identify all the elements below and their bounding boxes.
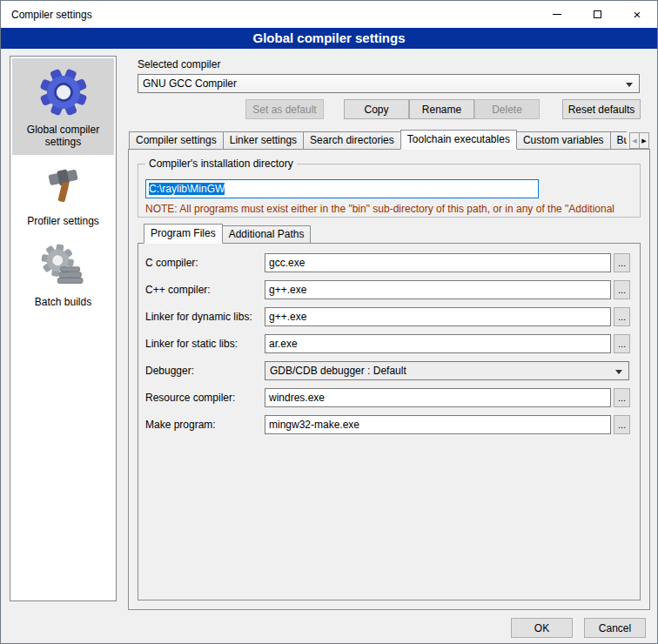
field-value: gcc.exe	[269, 257, 305, 269]
ok-button[interactable]: OK	[511, 618, 573, 638]
sidebar-item-batch-builds[interactable]: Batch builds	[12, 234, 114, 315]
field-row-dynamic-linker: Linker for dynamic libs: g++.exe ...	[1, 307, 657, 326]
selected-compiler-dropdown[interactable]: GNU GCC Compiler	[138, 74, 640, 93]
field-row-resource-compiler: Resource compiler: windres.exe ...	[1, 388, 657, 407]
chevron-down-icon	[615, 370, 622, 374]
field-label: Debugger:	[145, 365, 194, 377]
dynamic-linker-input[interactable]: g++.exe	[265, 307, 611, 326]
tab-toolchain-executables[interactable]: Toolchain executables	[400, 130, 517, 150]
cancel-button[interactable]: Cancel	[584, 618, 646, 638]
close-icon: ×	[634, 8, 641, 21]
maximize-button[interactable]	[577, 1, 617, 28]
sidebar-item-global-compiler-settings[interactable]: Global compiler settings	[12, 58, 114, 155]
resource-compiler-input[interactable]: windres.exe	[265, 388, 611, 407]
sidebar-item-label: Global compiler settings	[14, 124, 112, 148]
make-program-browse-button[interactable]: ...	[614, 415, 630, 434]
maximize-icon	[594, 10, 601, 18]
static-linker-input[interactable]: ar.exe	[265, 334, 611, 353]
subtab-additional-paths[interactable]: Additional Paths	[222, 225, 312, 244]
cpp-compiler-input[interactable]: g++.exe	[265, 280, 611, 299]
field-label: C compiler:	[145, 257, 198, 269]
window-controls: ×	[537, 1, 657, 28]
field-row-static-linker: Linker for static libs: ar.exe ...	[1, 334, 657, 353]
tab-linker-settings[interactable]: Linker settings	[223, 131, 304, 150]
group-title: Compiler's installation directory	[145, 158, 297, 170]
copy-button[interactable]: Copy	[344, 99, 409, 119]
field-label: Make program:	[145, 419, 216, 431]
field-value: g++.exe	[269, 311, 306, 323]
close-button[interactable]: ×	[617, 1, 657, 28]
sidebar-item-profiler-settings[interactable]: Profiler settings	[12, 155, 114, 234]
selected-compiler-value: GNU GCC Compiler	[143, 77, 237, 90]
installation-directory-input[interactable]: C:\raylib\MinGW	[145, 179, 539, 198]
tab-compiler-settings[interactable]: Compiler settings	[129, 131, 224, 150]
tab-build-options[interactable]: Buil	[610, 131, 627, 150]
chevron-down-icon	[626, 83, 633, 87]
tab-strip: Compiler settings Linker settings Search…	[129, 130, 627, 150]
sidebar-item-label: Profiler settings	[27, 215, 99, 227]
cpp-compiler-browse-button[interactable]: ...	[614, 280, 630, 299]
tab-custom-variables[interactable]: Custom variables	[516, 131, 611, 150]
tab-search-directories[interactable]: Search directories	[303, 131, 401, 150]
make-program-input[interactable]: mingw32-make.exe	[265, 415, 611, 434]
minimize-button[interactable]	[537, 1, 577, 28]
static-linker-browse-button[interactable]: ...	[614, 334, 630, 353]
set-as-default-button[interactable]: Set as default	[245, 99, 324, 119]
subtab-strip: Program Files Additional Paths	[144, 224, 310, 244]
field-value: GDB/CDB debugger : Default	[270, 365, 406, 377]
field-value: windres.exe	[269, 392, 325, 404]
minimize-icon	[553, 14, 561, 15]
field-label: C++ compiler:	[145, 284, 211, 296]
rename-button[interactable]: Rename	[409, 99, 474, 119]
field-value: mingw32-make.exe	[269, 419, 359, 431]
c-compiler-browse-button[interactable]: ...	[614, 253, 630, 272]
field-label: Resource compiler:	[145, 392, 235, 404]
field-label: Linker for dynamic libs:	[145, 311, 252, 323]
c-compiler-input[interactable]: gcc.exe	[265, 253, 611, 272]
page-title: Global compiler settings	[1, 28, 657, 49]
field-row-c-compiler: C compiler: gcc.exe ...	[1, 253, 657, 272]
compiler-gear-icon	[38, 67, 89, 117]
debugger-select[interactable]: GDB/CDB debugger : Default	[265, 361, 629, 380]
titlebar: Compiler settings ×	[1, 1, 657, 28]
compiler-settings-window: Compiler settings × Global compiler sett…	[0, 0, 658, 644]
window-title: Compiler settings	[1, 9, 537, 21]
selected-compiler-label: Selected compiler	[138, 58, 220, 70]
note-text: NOTE: All programs must exist either in …	[145, 203, 648, 215]
field-label: Linker for static libs:	[145, 338, 238, 350]
dynamic-linker-browse-button[interactable]: ...	[614, 307, 630, 326]
field-value: g++.exe	[269, 284, 306, 296]
settings-category-sidebar: Global compiler settings Profiler settin…	[10, 56, 117, 601]
installation-directory-value: C:\raylib\MinGW	[149, 183, 225, 195]
field-row-debugger: Debugger: GDB/CDB debugger : Default	[1, 361, 657, 380]
subtab-program-files[interactable]: Program Files	[144, 224, 223, 244]
field-row-make-program: Make program: mingw32-make.exe ...	[1, 415, 657, 434]
reset-defaults-button[interactable]: Reset defaults	[562, 99, 641, 119]
field-row-cpp-compiler: C++ compiler: g++.exe ...	[1, 280, 657, 299]
tab-scroll-right-button[interactable]: ▶	[639, 132, 649, 149]
field-value: ar.exe	[269, 338, 298, 350]
delete-button[interactable]: Delete	[474, 99, 540, 119]
profiler-icon	[41, 164, 86, 209]
resource-compiler-browse-button[interactable]: ...	[614, 388, 630, 407]
